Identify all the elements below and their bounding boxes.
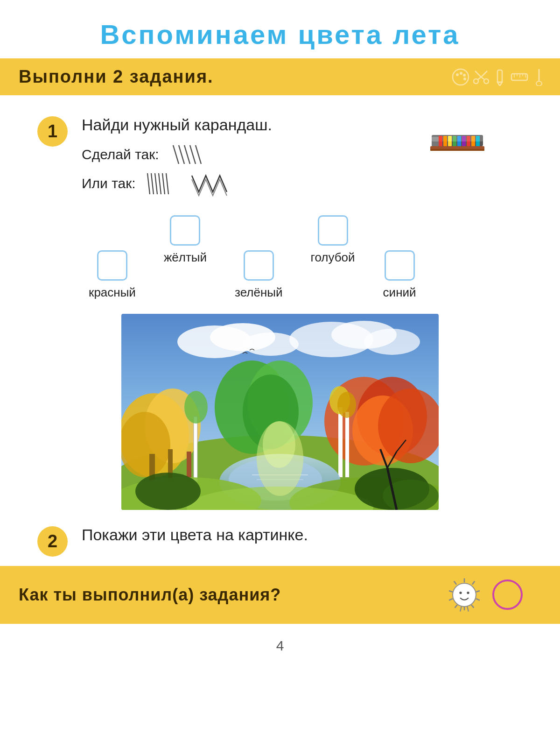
svg-point-91 [135, 473, 201, 510]
page: Вспоминаем цвета лета Выполни 2 задания. [0, 0, 560, 749]
svg-line-106 [455, 605, 457, 608]
color-box-blue[interactable] [385, 250, 415, 281]
color-box-yellow[interactable] [170, 215, 200, 246]
banner-art-icons [452, 68, 546, 86]
color-label-lightblue: голубой [310, 250, 355, 265]
svg-point-111 [459, 591, 462, 594]
svg-line-26 [147, 173, 150, 194]
svg-line-101 [472, 581, 475, 584]
banner-text: Выполни 2 задания. [19, 67, 214, 87]
svg-line-9 [477, 77, 481, 80]
svg-rect-81 [345, 412, 349, 477]
page-number: 4 [37, 638, 523, 654]
landscape-painting [121, 314, 439, 510]
svg-rect-55 [430, 149, 484, 151]
pencils-svg [429, 130, 485, 168]
svg-point-4 [463, 78, 466, 80]
svg-line-31 [166, 173, 168, 194]
svg-line-10 [481, 77, 485, 80]
zigzag-hatching-icon [189, 171, 231, 197]
svg-point-1 [456, 73, 459, 76]
svg-point-72 [184, 391, 208, 424]
hatching2-icon [145, 171, 180, 197]
svg-rect-44 [432, 137, 439, 141]
color-label-yellow: жёлтый [164, 250, 207, 265]
scissors-icon [473, 68, 489, 86]
color-item-red: красный [89, 250, 136, 300]
rating-circle[interactable] [492, 579, 523, 610]
svg-point-7 [474, 79, 478, 84]
svg-rect-51 [467, 136, 470, 141]
ili-label: Или так: [82, 176, 136, 191]
hatching1-icon [168, 143, 206, 166]
color-label-green: зелёный [235, 285, 282, 300]
svg-line-109 [454, 581, 456, 584]
color-item-green: зелёный [235, 250, 282, 300]
svg-rect-80 [338, 407, 343, 477]
svg-line-24 [190, 145, 196, 164]
svg-point-112 [467, 591, 469, 594]
pencils-image [429, 130, 485, 170]
svg-rect-50 [462, 136, 466, 141]
color-item-blue: синий [383, 250, 416, 300]
task2-badge: 2 [37, 526, 68, 557]
svg-rect-45 [439, 136, 442, 141]
svg-point-83 [337, 392, 356, 418]
svg-line-104 [471, 605, 474, 608]
color-label-red: красный [89, 285, 136, 300]
svg-rect-11 [497, 70, 502, 82]
svg-point-66 [121, 412, 170, 477]
sdelai-label: Сделай так: [82, 147, 159, 163]
palette-icon [452, 68, 469, 86]
svg-point-2 [460, 72, 462, 75]
top-banner: Выполни 2 задания. [0, 58, 560, 95]
svg-rect-52 [471, 136, 475, 141]
svg-line-102 [476, 591, 480, 592]
svg-line-29 [159, 173, 161, 194]
task1-badge: 1 [37, 116, 68, 147]
svg-line-107 [449, 599, 453, 601]
banner-pencil-icon [493, 68, 507, 86]
smiley-area [446, 576, 523, 614]
svg-line-114 [467, 606, 469, 611]
bottom-banner: Как ты выполнил(а) задания? [0, 566, 560, 624]
color-item-yellow: жёлтый [164, 215, 207, 265]
svg-point-62 [364, 329, 420, 355]
svg-line-28 [155, 173, 157, 194]
svg-rect-46 [443, 136, 447, 141]
task2-container: 2 Покажи эти цвета на картинке. [37, 524, 523, 557]
svg-point-0 [453, 69, 469, 85]
color-box-red[interactable] [97, 250, 127, 281]
svg-line-6 [481, 71, 487, 77]
svg-line-113 [460, 606, 462, 611]
color-checkboxes-row: красный жёлтый зелёный голубой синий [79, 215, 523, 300]
svg-rect-70 [194, 417, 197, 482]
svg-rect-49 [457, 136, 461, 141]
svg-point-8 [484, 79, 489, 84]
landscape-svg [121, 314, 439, 510]
paintbrush-icon [532, 68, 546, 86]
smiley-icon [446, 576, 483, 614]
svg-line-23 [184, 145, 190, 164]
task1-container: 1 Найди нужный карандаш. Сделай так: [37, 114, 523, 201]
svg-point-99 [263, 421, 295, 468]
svg-marker-12 [497, 82, 502, 86]
svg-line-103 [476, 599, 480, 601]
task2-content: Покажи эти цвета на картинке. [82, 524, 523, 553]
svg-line-25 [196, 145, 201, 164]
color-box-green[interactable] [244, 250, 274, 281]
svg-rect-47 [448, 136, 452, 141]
svg-point-3 [463, 74, 466, 77]
svg-line-108 [449, 591, 453, 592]
color-label-blue: синий [383, 285, 416, 300]
svg-line-21 [173, 145, 179, 164]
svg-line-27 [151, 173, 154, 194]
task1-ili: Или так: [82, 171, 523, 197]
ruler-icon [511, 70, 528, 84]
svg-line-5 [475, 71, 481, 77]
svg-rect-33 [432, 141, 439, 146]
bottom-banner-text: Как ты выполнил(а) задания? [19, 585, 281, 605]
task2-text: Покажи эти цвета на картинке. [82, 524, 523, 546]
color-box-lightblue[interactable] [318, 215, 348, 246]
svg-rect-53 [476, 136, 480, 141]
